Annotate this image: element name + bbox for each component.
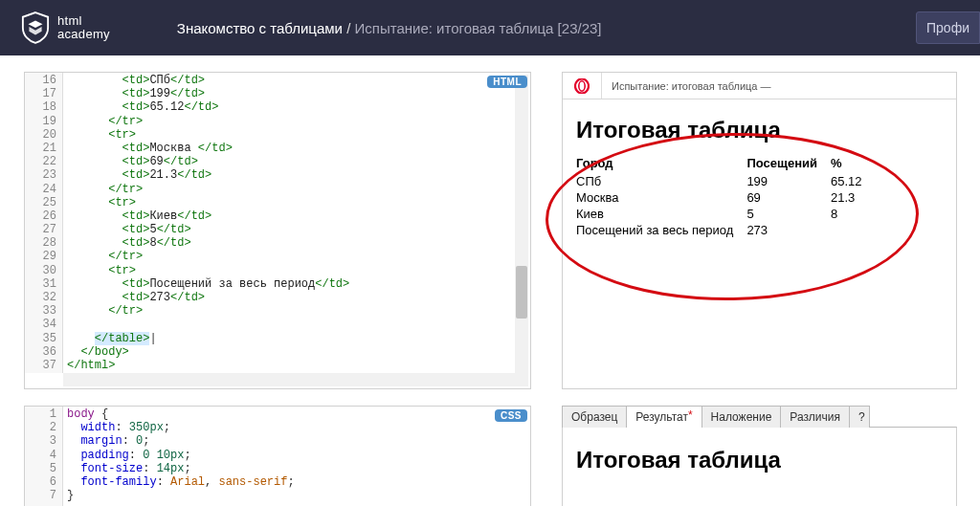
workspace: HTML 16171819202122232425262728293031323… <box>24 72 957 506</box>
css-editor[interactable]: CSS 1234567 body { width: 350px; margin:… <box>24 406 531 506</box>
tab-3[interactable]: Различия <box>780 406 850 428</box>
tab-1[interactable]: Результат* <box>626 406 702 428</box>
svg-point-1 <box>579 80 585 90</box>
html-gutter: 1617181920212223242526272829303132333435… <box>25 73 63 373</box>
html-badge: HTML <box>487 76 527 88</box>
preview-pane: Испытание: итоговая таблица — Итоговая т… <box>562 72 957 389</box>
tab-help[interactable]: ? <box>849 406 870 428</box>
table-row: Посещений за весь период273 <box>576 222 876 238</box>
css-gutter: 1234567 <box>25 407 63 506</box>
preview-body: Итоговая таблица ГородПосещений%СПб19965… <box>563 99 956 238</box>
result-panel: ОбразецРезультат*НаложениеРазличия? Итог… <box>562 406 957 506</box>
profile-button[interactable]: Профи <box>916 11 980 44</box>
html-editor[interactable]: HTML 16171819202122232425262728293031323… <box>24 72 531 389</box>
logo[interactable]: html academy <box>21 11 110 44</box>
col-header: Посещений <box>746 153 831 173</box>
tab-0[interactable]: Образец <box>562 406 627 428</box>
table-row: СПб19965.12 <box>576 173 876 189</box>
top-bar: html academy Знакомство с таблицами / Ис… <box>0 0 980 55</box>
preview-heading: Итоговая таблица <box>576 117 943 143</box>
css-badge: CSS <box>495 409 527 422</box>
vertical-scrollbar[interactable] <box>515 75 528 386</box>
logo-text: html academy <box>57 14 110 42</box>
table-row: Москва6921.3 <box>576 189 876 206</box>
horizontal-scrollbar[interactable] <box>63 373 515 386</box>
shield-icon <box>21 11 50 44</box>
css-code[interactable]: body { width: 350px; margin: 0; padding:… <box>63 407 515 506</box>
result-body: Итоговая таблица <box>562 427 957 506</box>
table-row: Киев58 <box>576 206 876 222</box>
preview-table: ГородПосещений%СПб19965.12Москва6921.3Ки… <box>576 153 876 238</box>
breadcrumb[interactable]: Знакомство с таблицами / Испытание: итог… <box>177 20 602 36</box>
browser-bar: Испытание: итоговая таблица — <box>563 73 956 99</box>
address-bar[interactable]: Испытание: итоговая таблица — <box>601 73 781 99</box>
col-header: Город <box>576 153 746 173</box>
result-heading: Итоговая таблица <box>576 447 943 473</box>
html-code[interactable]: <td>СПб</td> <td>199</td> <td>65.12</td>… <box>63 73 515 373</box>
tab-strip: ОбразецРезультат*НаложениеРазличия? <box>562 406 957 428</box>
tab-2[interactable]: Наложение <box>702 406 782 428</box>
opera-icon <box>574 78 590 94</box>
col-header: % <box>831 153 876 173</box>
